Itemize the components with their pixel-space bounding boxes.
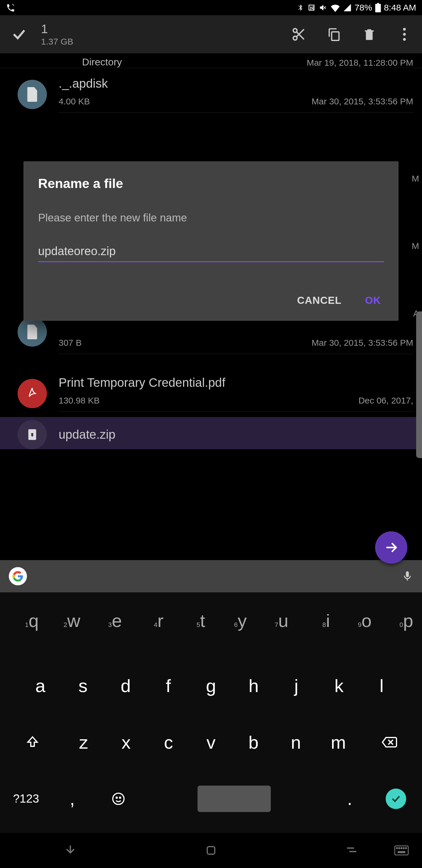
soft-keyboard[interactable]: 1q2w3e4r5t6y7u8i9o0p asdfghjkl zxcvbnm ?… (0, 592, 422, 833)
home-button[interactable] (199, 843, 223, 858)
bluetooth-icon (297, 3, 304, 12)
file-row[interactable]: Print Temporary Credential.pdf 130.98 KB… (0, 367, 422, 417)
svg-rect-6 (332, 32, 339, 40)
period-key[interactable]: . (326, 778, 373, 819)
key-q[interactable]: 1q (3, 609, 44, 650)
svg-point-8 (403, 33, 406, 36)
key-a[interactable]: a (19, 665, 62, 706)
done-selection-button[interactable] (9, 24, 29, 44)
key-p[interactable]: 0p (378, 609, 419, 650)
space-key[interactable] (141, 778, 326, 819)
selection-size: 1.37 GB (41, 37, 290, 46)
delete-button[interactable] (360, 26, 378, 43)
key-x[interactable]: x (105, 722, 148, 763)
rename-input[interactable] (38, 245, 384, 258)
scrollbar-thumb[interactable] (416, 311, 422, 458)
nfc-icon (307, 3, 316, 12)
file-icon (18, 80, 47, 109)
mic-icon[interactable] (401, 569, 413, 583)
clock-text: 8:48 AM (384, 3, 416, 12)
navigation-bar (0, 833, 422, 868)
cut-button[interactable] (290, 26, 308, 43)
svg-rect-1 (377, 3, 379, 4)
overflow-menu-button[interactable] (396, 26, 413, 43)
file-name: Print Temporary Credential.pdf (59, 376, 413, 390)
dialog-title: Rename a file (38, 176, 384, 191)
key-m[interactable]: m (317, 722, 360, 763)
file-size: 130.98 KB (59, 396, 100, 406)
file-row-selected[interactable]: update.zip (0, 417, 422, 449)
battery-icon (375, 3, 381, 12)
shift-key[interactable] (3, 722, 62, 763)
key-r[interactable]: 4r (128, 609, 169, 650)
key-v[interactable]: v (190, 722, 232, 763)
key-e[interactable]: 3e (86, 609, 128, 650)
file-row[interactable]: 307 B Mar 30, 2015, 3:53:56 PM (0, 329, 422, 367)
selection-action-bar: 1 1.37 GB (0, 15, 422, 53)
key-d[interactable]: d (104, 665, 147, 706)
file-name: ._.apdisk (59, 76, 413, 91)
ok-button[interactable]: OK (362, 288, 384, 312)
key-k[interactable]: k (318, 665, 360, 706)
file-date: Mar 30, 2015, 3:53:56 PM (312, 338, 413, 348)
keyboard-suggestion-bar[interactable] (0, 560, 422, 592)
svg-point-15 (116, 797, 118, 798)
cancel-button[interactable]: CANCEL (294, 288, 345, 312)
google-icon[interactable] (9, 567, 27, 585)
svg-rect-0 (375, 4, 381, 12)
symbols-key[interactable]: ?123 (3, 778, 49, 819)
key-h[interactable]: h (232, 665, 275, 706)
svg-point-21 (398, 847, 400, 849)
svg-point-9 (403, 38, 406, 41)
key-y[interactable]: 6y (211, 609, 253, 650)
key-t[interactable]: 5t (169, 609, 211, 650)
svg-point-7 (403, 28, 406, 31)
key-s[interactable]: s (62, 665, 105, 706)
key-i[interactable]: 8i (294, 609, 336, 650)
file-name: update.zip (59, 428, 413, 442)
svg-point-24 (405, 847, 407, 849)
file-icon (18, 317, 47, 347)
key-j[interactable]: j (275, 665, 318, 706)
selection-count: 1 (41, 22, 290, 36)
wifi-icon (331, 3, 340, 12)
fab-goto-button[interactable] (375, 531, 407, 564)
status-bar: 78% 8:48 AM (0, 0, 422, 15)
key-c[interactable]: c (148, 722, 190, 763)
backspace-key[interactable] (360, 722, 419, 763)
comma-key[interactable]: , (49, 778, 96, 819)
emoji-key[interactable] (96, 778, 142, 819)
file-size: 307 B (59, 338, 82, 348)
svg-point-16 (120, 797, 121, 798)
key-u[interactable]: 7u (253, 609, 294, 650)
key-o[interactable]: 9o (336, 609, 378, 650)
svg-point-23 (403, 847, 404, 849)
battery-text: 78% (355, 3, 372, 12)
rename-dialog: Rename a file Please enter the new file … (24, 161, 398, 321)
key-w[interactable]: 2w (44, 609, 86, 650)
key-b[interactable]: b (232, 722, 274, 763)
key-n[interactable]: n (274, 722, 317, 763)
file-row[interactable]: ._.apdisk 4.00 KB Mar 30, 2015, 3:53:56 … (0, 68, 422, 118)
svg-rect-25 (398, 851, 405, 853)
archive-icon (18, 420, 47, 449)
wifi-call-icon (6, 3, 16, 12)
recents-button[interactable] (340, 843, 363, 858)
key-g[interactable]: g (190, 665, 232, 706)
key-l[interactable]: l (360, 665, 403, 706)
pdf-icon (18, 379, 47, 408)
hide-keyboard-button[interactable] (59, 843, 82, 858)
file-row-partial[interactable]: Directory Mar 19, 2018, 11:28:00 PM (0, 53, 422, 68)
file-date: Dec 06, 2017, (358, 396, 413, 406)
copy-button[interactable] (325, 26, 343, 43)
key-z[interactable]: z (62, 722, 105, 763)
key-f[interactable]: f (147, 665, 190, 706)
dialog-message: Please enter the new file name (38, 212, 384, 224)
enter-key[interactable] (373, 778, 419, 819)
keyboard-switch-button[interactable] (390, 843, 413, 858)
mute-icon (319, 3, 328, 12)
file-date: Mar 30, 2015, 3:53:56 PM (312, 96, 413, 106)
signal-icon (343, 3, 352, 12)
file-size: 4.00 KB (59, 96, 90, 106)
svg-rect-18 (207, 846, 215, 854)
